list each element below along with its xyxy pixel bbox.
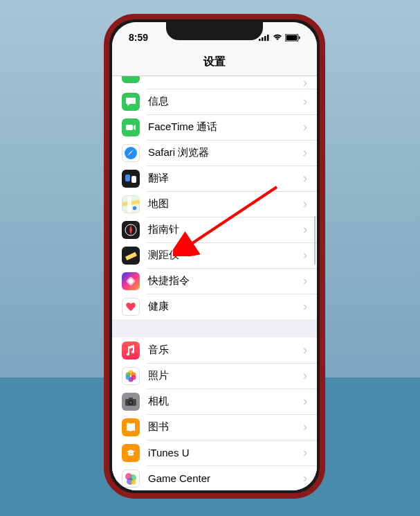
- chevron-icon: ›: [303, 368, 307, 383]
- phone-screen: 8:59 设置: [112, 22, 317, 490]
- row-label: FaceTime 通话: [148, 121, 303, 134]
- svg-point-22: [126, 372, 131, 377]
- photos-icon: [122, 367, 140, 385]
- safari-row[interactable]: Safari 浏览器 ›: [112, 140, 317, 166]
- chevron-icon: ›: [303, 145, 307, 160]
- row-label: 照片: [148, 369, 303, 382]
- battery-icon: [285, 34, 300, 42]
- shortcuts-icon: [122, 272, 140, 290]
- wifi-icon: [273, 34, 282, 41]
- partial-row[interactable]: ›: [112, 76, 317, 89]
- measure-icon: [122, 247, 140, 265]
- svg-rect-5: [286, 35, 298, 40]
- measure-row[interactable]: 测距仪 ›: [112, 242, 317, 268]
- chevron-icon: ›: [303, 171, 307, 186]
- scroll-indicator[interactable]: [314, 216, 316, 265]
- compass-row[interactable]: 指南针 ›: [112, 217, 317, 242]
- row-label: Safari 浏览器: [148, 146, 303, 159]
- chevron-icon: ›: [303, 394, 307, 409]
- svg-rect-2: [264, 36, 266, 41]
- chevron-icon: ›: [303, 445, 307, 460]
- messages-icon: [122, 93, 140, 111]
- row-label: 地图: [148, 197, 303, 211]
- row-label: iTunes U: [148, 447, 303, 459]
- chevron-icon: ›: [303, 420, 307, 434]
- chevron-icon: ›: [303, 94, 307, 109]
- chevron-icon: ›: [303, 274, 307, 288]
- svg-point-30: [131, 479, 136, 484]
- music-icon: [122, 341, 140, 359]
- svg-rect-6: [299, 36, 300, 39]
- compass-icon: [122, 221, 140, 239]
- books-row[interactable]: 图书 ›: [112, 414, 317, 440]
- maps-icon: [122, 195, 140, 213]
- gamecenter-icon: [122, 470, 140, 488]
- row-label: 音乐: [148, 344, 303, 357]
- row-label: 测距仪: [148, 249, 303, 262]
- chevron-icon: ›: [303, 248, 307, 263]
- svg-rect-24: [129, 398, 133, 400]
- facetime-icon: [122, 118, 140, 136]
- itunesu-row[interactable]: iTunes U ›: [112, 440, 317, 465]
- svg-rect-10: [131, 176, 136, 183]
- facetime-row[interactable]: FaceTime 通话 ›: [112, 114, 317, 140]
- row-label: 健康: [148, 300, 303, 313]
- messages-row[interactable]: 信息 ›: [112, 89, 317, 114]
- nav-header: 设置: [112, 48, 317, 76]
- gamecenter-row[interactable]: Game Center ›: [112, 465, 317, 490]
- row-label: 快捷指令: [148, 274, 303, 287]
- health-icon: [122, 298, 140, 316]
- status-icons: [259, 30, 300, 42]
- chevron-icon: ›: [303, 343, 307, 357]
- chevron-icon: ›: [303, 299, 307, 314]
- chevron-icon: ›: [303, 76, 307, 90]
- photos-row[interactable]: 照片 ›: [112, 363, 317, 389]
- svg-rect-9: [125, 175, 130, 181]
- chevron-icon: ›: [303, 222, 307, 237]
- svg-rect-14: [125, 251, 137, 260]
- row-label: Game Center: [148, 472, 303, 484]
- status-time: 8:59: [129, 28, 148, 43]
- health-row[interactable]: 健康 ›: [112, 294, 317, 319]
- chevron-icon: ›: [303, 197, 307, 211]
- svg-rect-7: [126, 125, 133, 130]
- phone-frame: 8:59 设置: [104, 14, 325, 499]
- itunesu-icon: [122, 444, 140, 462]
- camera-row[interactable]: 相机 ›: [112, 389, 317, 414]
- row-label: 图书: [148, 420, 303, 434]
- maps-row[interactable]: 地图 ›: [112, 191, 317, 217]
- svg-rect-1: [262, 37, 264, 41]
- music-row[interactable]: 音乐 ›: [112, 337, 317, 363]
- svg-point-26: [129, 401, 132, 404]
- page-title: 设置: [203, 55, 226, 69]
- svg-rect-0: [259, 39, 261, 41]
- svg-point-12: [133, 206, 137, 210]
- row-label: 信息: [148, 95, 303, 108]
- section-apps: › 信息 › FaceTime 通话 ›: [112, 76, 317, 319]
- translate-row[interactable]: 翻译 ›: [112, 166, 317, 191]
- row-label: 相机: [148, 395, 303, 408]
- partial-icon: [122, 76, 140, 83]
- camera-icon: [122, 393, 140, 411]
- books-icon: [122, 418, 140, 436]
- settings-list[interactable]: › 信息 › FaceTime 通话 ›: [112, 76, 317, 490]
- safari-icon: [122, 144, 140, 162]
- translate-icon: [122, 170, 140, 188]
- chevron-icon: ›: [303, 120, 307, 134]
- section-media: 音乐 › 照片 ›: [112, 337, 317, 490]
- shortcuts-row[interactable]: 快捷指令 ›: [112, 268, 317, 294]
- notch: [166, 22, 263, 40]
- row-label: 翻译: [148, 172, 303, 185]
- svg-rect-3: [267, 35, 269, 41]
- row-label: 指南针: [148, 223, 303, 236]
- chevron-icon: ›: [303, 471, 307, 486]
